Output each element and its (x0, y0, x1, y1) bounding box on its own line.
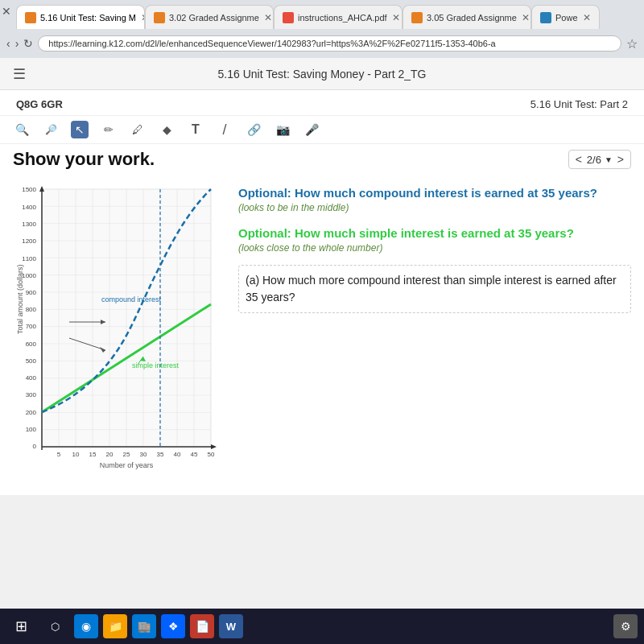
tool-search1[interactable]: 🔍 (13, 121, 31, 138)
tab-4-label: 3.05 Graded Assignme (427, 13, 517, 23)
tab-2-label: 3.02 Graded Assignme (169, 13, 259, 23)
section-header: Show your work. < 2/6 ▼ > (0, 144, 644, 173)
tool-pencil[interactable]: ✏ (100, 121, 118, 138)
question-a: (a) How much more compound interest than… (238, 265, 631, 313)
taskbar-word-icon[interactable]: W (219, 614, 243, 638)
tab-5-icon (540, 12, 551, 23)
tool-line[interactable]: / (216, 121, 233, 138)
svg-text:800: 800 (26, 306, 37, 313)
questions-panel: Optional: How much compound interest is … (238, 181, 631, 487)
graph-container: Total amount (dollars) (13, 181, 222, 487)
svg-text:1400: 1400 (22, 204, 36, 211)
windows-start-button[interactable]: ⊞ (6, 612, 35, 641)
svg-text:1500: 1500 (22, 186, 36, 193)
svg-marker-31 (211, 444, 217, 449)
tab-3[interactable]: instructions_AHCA.pdf ✕ (274, 5, 402, 29)
tab-1[interactable]: 5.16 Unit Test: Saving M ✕ (16, 5, 145, 29)
svg-text:600: 600 (26, 341, 37, 348)
svg-text:10: 10 (72, 451, 80, 458)
question-optional-2: Optional: How much simple interest is ea… (238, 225, 631, 255)
tab-3-close[interactable]: ✕ (392, 12, 400, 23)
taskbar-gear-icon[interactable]: ⚙ (613, 614, 638, 638)
forward-button[interactable]: › (15, 37, 19, 50)
svg-text:25: 25 (123, 451, 130, 458)
taskbar-edge-icon[interactable]: ◉ (74, 614, 98, 638)
page-info: 2/6 ▼ (587, 154, 613, 166)
svg-text:500: 500 (26, 357, 37, 365)
next-page-button[interactable]: > (617, 153, 624, 166)
tab-bar: ✕ 5.16 Unit Test: Saving M ✕ 3.02 Graded… (0, 0, 644, 29)
tab-5[interactable]: Powe ✕ (531, 5, 600, 29)
svg-text:45: 45 (191, 451, 198, 458)
tab-4[interactable]: 3.05 Graded Assignme ✕ (402, 5, 531, 29)
x-axis-label: Number of years (100, 461, 154, 469)
tab-1-icon (25, 12, 36, 23)
tool-text[interactable]: T (187, 121, 204, 138)
question-optional-1: Optional: How much compound interest is … (238, 184, 631, 215)
svg-text:50: 50 (208, 451, 215, 458)
browser-close-area[interactable]: ✕ (2, 5, 11, 18)
reload-button[interactable]: ↻ (23, 37, 33, 50)
doc-header: Q8G 6GR 5.16 Unit Test: Part 2 (0, 90, 644, 116)
svg-marker-30 (39, 186, 44, 192)
taskbar-explorer-icon[interactable]: 📁 (103, 614, 127, 638)
tab-4-icon (411, 12, 423, 23)
tool-mic[interactable]: 🎤 (303, 121, 320, 138)
tool-link[interactable]: 🔗 (245, 121, 262, 138)
tab-2-icon (154, 12, 165, 23)
tab-2[interactable]: 3.02 Graded Assignme ✕ (145, 5, 274, 29)
content-section: Total amount (dollars) (0, 173, 644, 495)
q2-hint: (looks close to the whole number) (238, 242, 631, 255)
bookmark-icon[interactable]: ☆ (626, 36, 638, 52)
app-toolbar-title: 5.16 Unit Test: Saving Money - Part 2_TG (218, 68, 427, 80)
tab-4-close[interactable]: ✕ (522, 12, 530, 23)
svg-text:40: 40 (174, 451, 181, 458)
svg-text:35: 35 (157, 451, 164, 458)
doc-title: 5.16 Unit Test: Part 2 (530, 98, 628, 110)
svg-text:200: 200 (26, 409, 37, 416)
svg-text:30: 30 (140, 451, 147, 458)
taskbar-dropbox-icon[interactable]: ❖ (161, 614, 185, 638)
address-bar[interactable]: https://learning.k12.com/d2l/le/enhanced… (38, 35, 621, 52)
qa-text: (a) How much more compound interest than… (246, 274, 617, 303)
q1-title: Optional: How much compound interest is … (238, 184, 631, 201)
tool-camera[interactable]: 📷 (274, 121, 291, 138)
svg-text:5: 5 (57, 451, 61, 458)
tool-cursor[interactable]: ↖ (71, 121, 89, 138)
browser-chrome: ✕ 5.16 Unit Test: Saving M ✕ 3.02 Graded… (0, 0, 644, 58)
svg-text:100: 100 (26, 426, 37, 433)
prev-page-button[interactable]: < (576, 153, 582, 166)
svg-text:1000: 1000 (22, 272, 36, 279)
tab-5-label: Powe (555, 13, 578, 23)
tools-row: 🔍 🔎 ↖ ✏ 🖊 ◆ T / 🔗 📷 🎤 (0, 116, 644, 144)
page-dropdown-arrow[interactable]: ▼ (605, 155, 613, 164)
svg-text:1100: 1100 (22, 255, 36, 262)
svg-text:15: 15 (89, 451, 97, 458)
taskbar: ⊞ ⬡ ◉ 📁 🏬 ❖ 📄 W ⚙ (0, 609, 644, 644)
svg-text:1300: 1300 (22, 221, 36, 228)
taskbar-search-button[interactable]: ⬡ (40, 612, 69, 641)
tool-search2[interactable]: 🔎 (42, 121, 60, 138)
tool-shape[interactable]: ◆ (158, 121, 175, 138)
show-work-label: Show your work. (13, 149, 155, 170)
hamburger-icon[interactable]: ☰ (13, 65, 26, 83)
address-bar-row: ‹ › ↻ https://learning.k12.com/d2l/le/en… (0, 29, 644, 58)
tab-5-close[interactable]: ✕ (583, 12, 591, 23)
svg-text:700: 700 (26, 323, 37, 330)
svg-text:20: 20 (106, 451, 114, 458)
svg-text:0: 0 (33, 443, 37, 450)
svg-text:300: 300 (26, 391, 37, 398)
tab-1-label: 5.16 Unit Test: Saving M (40, 13, 136, 23)
doc-id: Q8G 6GR (16, 98, 63, 110)
tab-3-icon (283, 12, 294, 23)
taskbar-file-icon[interactable]: 📄 (190, 614, 214, 638)
q1-hint: (looks to be in the middle) (238, 201, 631, 215)
tab-2-close[interactable]: ✕ (264, 12, 272, 23)
q2-title: Optional: How much simple interest is ea… (238, 225, 631, 242)
svg-text:900: 900 (26, 289, 37, 296)
tool-pen[interactable]: 🖊 (129, 121, 147, 138)
back-button[interactable]: ‹ (6, 37, 10, 50)
graph-svg: Total amount (dollars) (13, 181, 222, 487)
page-nav: < 2/6 ▼ > (568, 150, 631, 169)
taskbar-store-icon[interactable]: 🏬 (132, 614, 156, 638)
